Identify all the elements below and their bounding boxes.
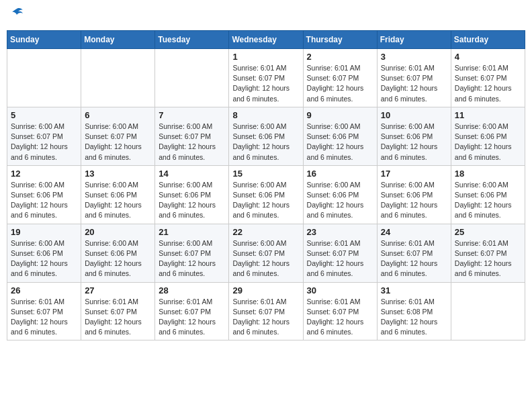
logo-text	[9, 7, 24, 25]
calendar-day-cell: 2Sunrise: 6:01 AMSunset: 6:07 PMDaylight…	[303, 49, 377, 107]
calendar-week-row: 5Sunrise: 6:00 AMSunset: 6:07 PMDaylight…	[7, 107, 525, 165]
day-number: 27	[85, 285, 151, 295]
day-of-week-header: Monday	[81, 31, 155, 49]
day-detail: Sunrise: 6:00 AMSunset: 6:06 PMDaylight:…	[232, 122, 299, 163]
day-number: 17	[381, 169, 447, 179]
calendar-day-cell: 9Sunrise: 6:00 AMSunset: 6:06 PMDaylight…	[303, 107, 377, 165]
day-detail: Sunrise: 6:01 AMSunset: 6:07 PMDaylight:…	[11, 297, 77, 338]
day-detail: Sunrise: 6:00 AMSunset: 6:06 PMDaylight:…	[307, 180, 373, 221]
calendar-day-cell	[451, 282, 525, 340]
calendar-day-cell: 22Sunrise: 6:00 AMSunset: 6:07 PMDayligh…	[229, 224, 303, 282]
calendar-week-row: 19Sunrise: 6:00 AMSunset: 6:06 PMDayligh…	[7, 224, 525, 282]
day-detail: Sunrise: 6:01 AMSunset: 6:07 PMDaylight:…	[381, 238, 447, 279]
day-number: 2	[307, 52, 373, 62]
calendar-day-cell	[155, 49, 229, 107]
day-detail: Sunrise: 6:01 AMSunset: 6:07 PMDaylight:…	[455, 63, 521, 104]
day-number: 1	[232, 52, 299, 62]
day-detail: Sunrise: 6:00 AMSunset: 6:06 PMDaylight:…	[11, 238, 77, 279]
day-detail: Sunrise: 6:00 AMSunset: 6:06 PMDaylight:…	[85, 238, 151, 279]
day-detail: Sunrise: 6:01 AMSunset: 6:07 PMDaylight:…	[455, 238, 521, 279]
day-number: 5	[11, 110, 77, 120]
calendar-day-cell: 10Sunrise: 6:00 AMSunset: 6:06 PMDayligh…	[377, 107, 451, 165]
day-of-week-header: Tuesday	[155, 31, 229, 49]
day-number: 13	[85, 169, 151, 179]
day-number: 12	[11, 169, 77, 179]
day-detail: Sunrise: 6:00 AMSunset: 6:06 PMDaylight:…	[455, 122, 521, 163]
calendar-day-cell: 25Sunrise: 6:01 AMSunset: 6:07 PMDayligh…	[451, 224, 525, 282]
day-detail: Sunrise: 6:01 AMSunset: 6:07 PMDaylight:…	[307, 238, 373, 279]
logo-bird-icon	[9, 7, 24, 21]
calendar-day-cell: 12Sunrise: 6:00 AMSunset: 6:06 PMDayligh…	[7, 165, 81, 224]
calendar-week-row: 1Sunrise: 6:01 AMSunset: 6:07 PMDaylight…	[7, 49, 525, 107]
day-number: 30	[307, 285, 373, 295]
calendar-table: SundayMondayTuesdayWednesdayThursdayFrid…	[7, 30, 525, 340]
calendar-day-cell: 4Sunrise: 6:01 AMSunset: 6:07 PMDaylight…	[451, 49, 525, 107]
day-number: 8	[232, 110, 299, 120]
calendar-day-cell: 30Sunrise: 6:01 AMSunset: 6:07 PMDayligh…	[303, 282, 377, 340]
day-number: 7	[159, 110, 225, 120]
calendar-day-cell	[81, 49, 155, 107]
calendar-day-cell: 24Sunrise: 6:01 AMSunset: 6:07 PMDayligh…	[377, 224, 451, 282]
calendar-day-cell: 8Sunrise: 6:00 AMSunset: 6:06 PMDaylight…	[229, 107, 303, 165]
calendar-day-cell: 26Sunrise: 6:01 AMSunset: 6:07 PMDayligh…	[7, 282, 81, 340]
calendar-day-cell: 18Sunrise: 6:00 AMSunset: 6:06 PMDayligh…	[451, 165, 525, 224]
day-number: 10	[381, 110, 447, 120]
calendar-day-cell: 28Sunrise: 6:01 AMSunset: 6:07 PMDayligh…	[155, 282, 229, 340]
day-detail: Sunrise: 6:00 AMSunset: 6:06 PMDaylight:…	[307, 122, 373, 163]
calendar-week-row: 12Sunrise: 6:00 AMSunset: 6:06 PMDayligh…	[7, 165, 525, 224]
day-number: 24	[381, 227, 447, 237]
day-of-week-header: Friday	[377, 31, 451, 49]
calendar-day-cell	[7, 49, 81, 107]
calendar-day-cell: 16Sunrise: 6:00 AMSunset: 6:06 PMDayligh…	[303, 165, 377, 224]
calendar-day-cell: 31Sunrise: 6:01 AMSunset: 6:08 PMDayligh…	[377, 282, 451, 340]
day-detail: Sunrise: 6:00 AMSunset: 6:07 PMDaylight:…	[11, 122, 77, 163]
calendar-header-row: SundayMondayTuesdayWednesdayThursdayFrid…	[7, 31, 525, 49]
day-detail: Sunrise: 6:00 AMSunset: 6:07 PMDaylight:…	[159, 238, 225, 279]
day-detail: Sunrise: 6:00 AMSunset: 6:07 PMDaylight:…	[232, 238, 299, 279]
calendar-day-cell: 7Sunrise: 6:00 AMSunset: 6:07 PMDaylight…	[155, 107, 229, 165]
day-number: 9	[307, 110, 373, 120]
calendar-day-cell: 1Sunrise: 6:01 AMSunset: 6:07 PMDaylight…	[229, 49, 303, 107]
day-detail: Sunrise: 6:00 AMSunset: 6:07 PMDaylight:…	[85, 122, 151, 163]
day-of-week-header: Thursday	[303, 31, 377, 49]
calendar-day-cell: 15Sunrise: 6:00 AMSunset: 6:06 PMDayligh…	[229, 165, 303, 224]
calendar-day-cell: 14Sunrise: 6:00 AMSunset: 6:06 PMDayligh…	[155, 165, 229, 224]
day-of-week-header: Saturday	[451, 31, 525, 49]
day-detail: Sunrise: 6:01 AMSunset: 6:07 PMDaylight:…	[307, 63, 373, 104]
calendar-day-cell: 17Sunrise: 6:00 AMSunset: 6:06 PMDayligh…	[377, 165, 451, 224]
day-number: 25	[455, 227, 521, 237]
day-number: 16	[307, 169, 373, 179]
day-number: 20	[85, 227, 151, 237]
day-number: 29	[232, 285, 299, 295]
day-number: 26	[11, 285, 77, 295]
day-number: 3	[381, 52, 447, 62]
day-detail: Sunrise: 6:00 AMSunset: 6:06 PMDaylight:…	[381, 180, 447, 221]
calendar-day-cell: 27Sunrise: 6:01 AMSunset: 6:07 PMDayligh…	[81, 282, 155, 340]
day-number: 6	[85, 110, 151, 120]
day-of-week-header: Sunday	[7, 31, 81, 49]
day-number: 18	[455, 169, 521, 179]
day-number: 14	[159, 169, 225, 179]
calendar-day-cell: 19Sunrise: 6:00 AMSunset: 6:06 PMDayligh…	[7, 224, 81, 282]
day-detail: Sunrise: 6:00 AMSunset: 6:06 PMDaylight:…	[232, 180, 299, 221]
calendar-day-cell: 3Sunrise: 6:01 AMSunset: 6:07 PMDaylight…	[377, 49, 451, 107]
day-detail: Sunrise: 6:00 AMSunset: 6:06 PMDaylight:…	[159, 180, 225, 221]
day-detail: Sunrise: 6:01 AMSunset: 6:07 PMDaylight:…	[307, 297, 373, 338]
day-detail: Sunrise: 6:01 AMSunset: 6:07 PMDaylight:…	[232, 63, 299, 104]
calendar-day-cell: 11Sunrise: 6:00 AMSunset: 6:06 PMDayligh…	[451, 107, 525, 165]
day-of-week-header: Wednesday	[229, 31, 303, 49]
day-number: 11	[455, 110, 521, 120]
day-detail: Sunrise: 6:01 AMSunset: 6:07 PMDaylight:…	[85, 297, 151, 338]
calendar-day-cell: 29Sunrise: 6:01 AMSunset: 6:07 PMDayligh…	[229, 282, 303, 340]
calendar-day-cell: 20Sunrise: 6:00 AMSunset: 6:06 PMDayligh…	[81, 224, 155, 282]
calendar-day-cell: 13Sunrise: 6:00 AMSunset: 6:06 PMDayligh…	[81, 165, 155, 224]
logo	[9, 7, 24, 25]
day-detail: Sunrise: 6:00 AMSunset: 6:06 PMDaylight:…	[85, 180, 151, 221]
day-detail: Sunrise: 6:01 AMSunset: 6:07 PMDaylight:…	[381, 63, 447, 104]
day-number: 19	[11, 227, 77, 237]
day-number: 23	[307, 227, 373, 237]
day-number: 4	[455, 52, 521, 62]
day-detail: Sunrise: 6:00 AMSunset: 6:06 PMDaylight:…	[455, 180, 521, 221]
day-detail: Sunrise: 6:01 AMSunset: 6:08 PMDaylight:…	[381, 297, 447, 338]
day-detail: Sunrise: 6:00 AMSunset: 6:06 PMDaylight:…	[11, 180, 77, 221]
